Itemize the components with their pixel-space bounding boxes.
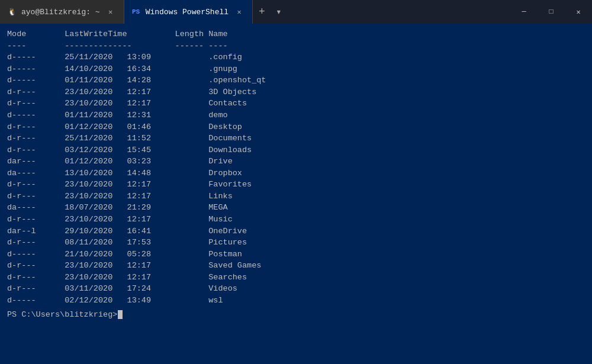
tab-wsl-close[interactable]: ✕ bbox=[105, 6, 117, 18]
prompt-text: PS C:\Users\blitzkrieg> bbox=[7, 309, 117, 321]
wsl-icon: 🐧 bbox=[7, 7, 17, 17]
close-button[interactable]: ✕ bbox=[565, 0, 592, 24]
prompt-line: PS C:\Users\blitzkrieg> bbox=[7, 309, 585, 321]
maximize-button[interactable]: □ bbox=[538, 0, 565, 24]
minimize-button[interactable]: ─ bbox=[510, 0, 538, 24]
title-bar: 🐧 ayo@Blitzkreig: ~ ✕ PS Windows PowerSh… bbox=[0, 0, 592, 24]
tab-ps-close[interactable]: ✕ bbox=[233, 6, 245, 18]
tab-wsl[interactable]: 🐧 ayo@Blitzkreig: ~ ✕ bbox=[0, 0, 124, 24]
cursor bbox=[118, 310, 123, 319]
terminal-body[interactable]: Mode LastWriteTime Length Name ---- ----… bbox=[0, 24, 592, 364]
window-controls: ─ □ ✕ bbox=[510, 0, 592, 24]
ps-icon: PS bbox=[131, 7, 141, 17]
new-tab-button[interactable]: + bbox=[253, 0, 271, 24]
terminal-window: 🐧 ayo@Blitzkreig: ~ ✕ PS Windows PowerSh… bbox=[0, 0, 592, 364]
tab-powershell[interactable]: PS Windows PowerShell ✕ bbox=[124, 0, 253, 24]
terminal-output: Mode LastWriteTime Length Name ---- ----… bbox=[7, 28, 585, 307]
tab-wsl-label: ayo@Blitzkreig: ~ bbox=[21, 8, 100, 17]
tab-bar: 🐧 ayo@Blitzkreig: ~ ✕ PS Windows PowerSh… bbox=[0, 0, 510, 24]
tab-ps-label: Windows PowerShell bbox=[146, 8, 229, 17]
dropdown-icon: ▾ bbox=[276, 6, 282, 18]
tab-dropdown-button[interactable]: ▾ bbox=[271, 0, 287, 24]
